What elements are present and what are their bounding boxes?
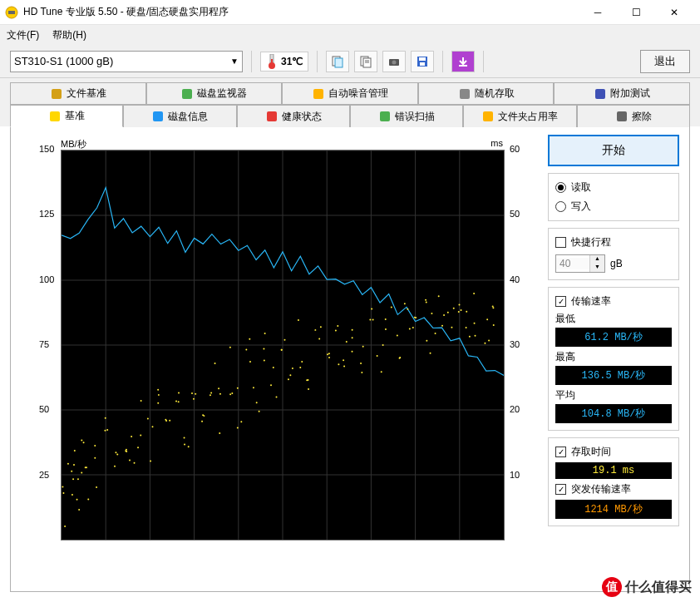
row2-tab-3[interactable]: 错误扫描 bbox=[350, 105, 463, 127]
read-radio[interactable]: 读取 bbox=[555, 180, 672, 195]
svg-point-64 bbox=[105, 417, 106, 419]
watermark-badge-icon: 值 bbox=[602, 577, 622, 597]
access-checkbox[interactable]: 存取时间 bbox=[555, 445, 672, 459]
row2-tab-5[interactable]: 擦除 bbox=[577, 105, 690, 127]
thermometer-icon bbox=[266, 54, 278, 69]
svg-point-100 bbox=[210, 394, 211, 396]
y-left-tick: 150 bbox=[39, 144, 54, 154]
svg-point-56 bbox=[83, 442, 85, 443]
tab-icon bbox=[151, 110, 165, 123]
y-left-tick: 75 bbox=[39, 339, 49, 349]
svg-rect-24 bbox=[267, 111, 277, 121]
svg-point-114 bbox=[245, 349, 247, 351]
svg-point-134 bbox=[308, 388, 309, 390]
svg-point-75 bbox=[134, 462, 136, 464]
row1-tab-1[interactable]: 磁盘监视器 bbox=[146, 82, 283, 105]
close-button[interactable]: ✕ bbox=[655, 0, 693, 25]
y-left-tick: 100 bbox=[39, 274, 54, 284]
svg-point-60 bbox=[87, 499, 89, 501]
y-left-axis-label: MB/秒 bbox=[61, 138, 86, 150]
spin-up[interactable]: ▲ bbox=[590, 255, 604, 264]
save-button[interactable] bbox=[411, 51, 434, 72]
row1-tab-4[interactable]: 附加测试 bbox=[554, 82, 690, 105]
svg-point-63 bbox=[94, 445, 96, 447]
tab-icon bbox=[458, 87, 471, 101]
row1-tab-0[interactable]: 文件基准 bbox=[10, 82, 146, 105]
menu-file[interactable]: 文件(F) bbox=[7, 28, 39, 42]
svg-point-184 bbox=[458, 311, 460, 313]
copy-text-button[interactable] bbox=[354, 51, 377, 72]
svg-point-181 bbox=[447, 312, 449, 313]
radio-icon bbox=[555, 201, 566, 212]
checkbox-icon bbox=[555, 484, 566, 495]
svg-rect-19 bbox=[313, 89, 323, 99]
svg-rect-23 bbox=[153, 111, 163, 121]
y-left-tick: 50 bbox=[39, 404, 49, 414]
svg-rect-6 bbox=[335, 58, 343, 67]
svg-rect-1 bbox=[8, 11, 15, 14]
transfer-group: 传输速率 最低 61.2 MB/秒 最高 136.5 MB/秒 平均 104.8… bbox=[548, 287, 679, 431]
min-label: 最低 bbox=[555, 312, 672, 326]
row1-tab-3[interactable]: 随机存取 bbox=[418, 82, 555, 105]
burst-label: 突发传输速率 bbox=[571, 482, 631, 496]
transfer-checkbox[interactable]: 传输速率 bbox=[555, 294, 672, 308]
row1-tab-2[interactable]: 自动噪音管理 bbox=[282, 82, 418, 105]
svg-point-182 bbox=[451, 327, 452, 328]
svg-point-109 bbox=[237, 387, 239, 389]
svg-point-67 bbox=[114, 466, 116, 467]
copy-info-button[interactable] bbox=[326, 51, 349, 72]
svg-rect-22 bbox=[50, 111, 60, 121]
tab-icon bbox=[378, 110, 392, 123]
tab-icon bbox=[594, 87, 607, 101]
svg-point-164 bbox=[397, 334, 398, 336]
row2-tab-0[interactable]: 基准 bbox=[10, 105, 123, 127]
row2-tab-4[interactable]: 文件夹占用率 bbox=[463, 105, 576, 127]
minimize-button[interactable]: ─ bbox=[579, 0, 617, 25]
svg-point-89 bbox=[178, 392, 180, 393]
svg-point-12 bbox=[392, 60, 397, 64]
svg-point-192 bbox=[475, 335, 476, 337]
quick-checkbox[interactable]: 快捷行程 bbox=[555, 235, 672, 249]
y-left-tick: 25 bbox=[39, 470, 49, 480]
svg-point-104 bbox=[219, 393, 221, 395]
svg-point-156 bbox=[369, 319, 371, 321]
svg-point-143 bbox=[338, 363, 339, 365]
menu-help[interactable]: 帮助(H) bbox=[52, 28, 86, 42]
tab-icon bbox=[615, 110, 629, 123]
svg-point-112 bbox=[249, 361, 251, 363]
quick-value-input[interactable]: ▲▼ bbox=[555, 254, 605, 273]
svg-point-49 bbox=[73, 464, 75, 466]
svg-point-132 bbox=[299, 367, 301, 368]
svg-point-111 bbox=[240, 421, 242, 422]
quick-value-field[interactable] bbox=[556, 258, 589, 269]
y-right-tick: 20 bbox=[510, 404, 520, 414]
start-button[interactable]: 开始 bbox=[548, 135, 679, 166]
row2-tab-2[interactable]: 健康状态 bbox=[237, 105, 350, 127]
exit-button[interactable]: 退出 bbox=[640, 50, 690, 73]
svg-point-149 bbox=[352, 351, 353, 353]
drive-select[interactable]: ST310-S1 (1000 gB) ▼ bbox=[10, 51, 243, 72]
row2-tab-1[interactable]: 磁盘信息 bbox=[123, 105, 236, 127]
tab-container: 文件基准磁盘监视器自动噪音管理随机存取附加测试 基准磁盘信息健康状态错误扫描文件… bbox=[0, 78, 700, 126]
svg-point-127 bbox=[288, 378, 289, 380]
screenshot-button[interactable] bbox=[382, 51, 406, 72]
svg-point-155 bbox=[371, 308, 372, 310]
tab-icon bbox=[48, 110, 62, 123]
svg-point-61 bbox=[94, 457, 96, 459]
svg-point-186 bbox=[458, 303, 460, 305]
svg-point-172 bbox=[426, 301, 427, 303]
svg-rect-27 bbox=[617, 111, 627, 121]
tab-label: 磁盘监视器 bbox=[197, 86, 247, 101]
svg-point-73 bbox=[131, 436, 132, 437]
burst-checkbox[interactable]: 突发传输速率 bbox=[555, 482, 672, 496]
spin-down[interactable]: ▼ bbox=[590, 264, 604, 272]
svg-point-183 bbox=[453, 308, 455, 309]
svg-rect-15 bbox=[420, 62, 425, 66]
tab-label: 自动噪音管理 bbox=[328, 86, 388, 101]
options-button[interactable] bbox=[451, 51, 475, 72]
svg-rect-25 bbox=[380, 111, 390, 121]
write-radio[interactable]: 写入 bbox=[555, 200, 672, 214]
maximize-button[interactable]: ☐ bbox=[617, 0, 655, 25]
svg-point-47 bbox=[71, 471, 72, 472]
svg-point-91 bbox=[184, 444, 185, 446]
